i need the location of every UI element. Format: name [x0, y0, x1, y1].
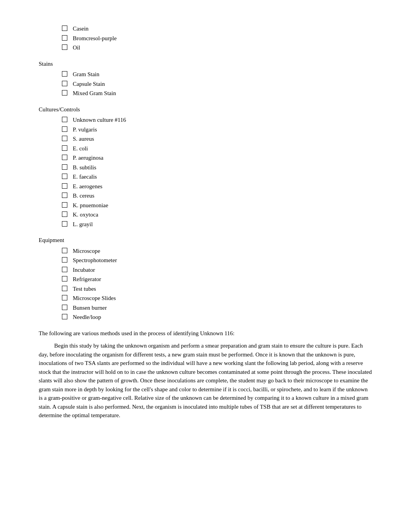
list-item: E. faecalis — [39, 172, 372, 182]
list-item: B. cereus — [39, 191, 372, 201]
item-label: B. subtilis — [73, 163, 96, 172]
item-label: Spectrophotometer — [73, 256, 117, 265]
list-item: L. grayil — [39, 220, 372, 229]
item-label: Refrigerator — [73, 275, 101, 284]
list-item: Oil — [39, 43, 372, 53]
bullet-icon — [62, 174, 67, 179]
list-item: Capsule Stain — [39, 79, 372, 89]
bullet-icon — [62, 81, 67, 86]
list-item: Gram Stain — [39, 70, 372, 79]
bullet-icon — [62, 314, 67, 319]
list-item: E. coli — [39, 144, 372, 153]
bullet-icon — [62, 248, 67, 253]
item-label: Gram Stain — [73, 70, 99, 79]
bullet-icon — [62, 145, 67, 151]
paragraph-section: The following are various methods used i… — [39, 329, 372, 420]
item-label: Oil — [73, 43, 80, 52]
list-item: S. aureus — [39, 134, 372, 144]
item-label: L. grayil — [73, 220, 93, 229]
stains-header: Stains — [39, 60, 372, 68]
item-label: Test tubes — [73, 285, 96, 293]
list-item: Refrigerator — [39, 275, 372, 284]
list-item: Spectrophotometer — [39, 256, 372, 265]
bullet-icon — [62, 183, 67, 189]
list-item: Needle/loop — [39, 312, 372, 322]
item-label: Needle/loop — [73, 313, 101, 322]
item-label: Casein — [73, 24, 89, 33]
item-label: E. aerogenes — [73, 182, 103, 191]
bullet-icon — [62, 221, 67, 227]
list-item: Bromcresol-purple — [39, 34, 372, 43]
list-item: Bunsen burner — [39, 303, 372, 313]
equipment-header: Equipment — [39, 236, 372, 245]
bullet-icon — [62, 26, 67, 31]
list-item: Microscope Slides — [39, 293, 372, 303]
stains-list: Gram Stain Capsule Stain Mixed Gram Stai… — [39, 70, 372, 98]
bullet-icon — [62, 257, 67, 263]
bullet-icon — [62, 267, 67, 272]
list-item: Casein — [39, 24, 372, 34]
item-label: Microscope — [73, 247, 100, 256]
bullet-icon — [62, 35, 67, 41]
bullet-icon — [62, 211, 67, 217]
item-label: Microscope Slides — [73, 294, 116, 303]
item-label: E. coli — [73, 144, 88, 153]
item-label: B. cereus — [73, 191, 94, 200]
item-label: Mixed Gram Stain — [73, 89, 116, 98]
cultures-header: Cultures/Controls — [39, 105, 372, 114]
item-label: K. pnuemoniae — [73, 201, 108, 210]
item-label: E. faecalis — [73, 172, 97, 181]
bullet-icon — [62, 295, 67, 300]
bullet-icon — [62, 202, 67, 208]
bullet-icon — [62, 126, 67, 132]
bullet-icon — [62, 90, 67, 95]
equipment-list: Microscope Spectrophotometer Incubator R… — [39, 246, 372, 322]
cultures-list: Unknown culture #116 P. vulgaris S. aure… — [39, 115, 372, 229]
bullet-icon — [62, 71, 67, 77]
bullet-icon — [62, 276, 67, 281]
item-label: K. oxytoca — [73, 210, 98, 219]
list-item: P. aeruginosa — [39, 153, 372, 163]
bullet-icon — [62, 286, 67, 291]
list-item: P. vulgaris — [39, 125, 372, 135]
item-label: Bromcresol-purple — [73, 34, 116, 43]
item-label: P. vulgaris — [73, 125, 97, 134]
bullet-icon — [62, 164, 67, 170]
list-item: Incubator — [39, 265, 372, 275]
reagents-list: Casein Bromcresol-purple Oil — [39, 24, 372, 53]
list-item: Microscope — [39, 246, 372, 256]
bullet-icon — [62, 155, 67, 160]
bullet-icon — [62, 305, 67, 310]
item-label: Bunsen burner — [73, 304, 107, 312]
paragraph-body: Begin this study by taking the unknown o… — [39, 341, 372, 420]
item-label: S. aureus — [73, 135, 94, 143]
list-item: Unknown culture #116 — [39, 115, 372, 125]
list-item: K. oxytoca — [39, 210, 372, 220]
bullet-icon — [62, 193, 67, 198]
list-item: B. subtilis — [39, 163, 372, 172]
item-label: Incubator — [73, 266, 95, 275]
item-label: Unknown culture #116 — [73, 116, 126, 124]
bullet-icon — [62, 136, 67, 141]
list-item: Test tubes — [39, 284, 372, 294]
paragraph-intro: The following are various methods used i… — [39, 329, 372, 338]
list-item: E. aerogenes — [39, 182, 372, 191]
bullet-icon — [62, 117, 67, 122]
item-label: P. aeruginosa — [73, 153, 103, 162]
list-item: Mixed Gram Stain — [39, 89, 372, 98]
bullet-icon — [62, 44, 67, 50]
item-label: Capsule Stain — [73, 80, 105, 89]
list-item: K. pnuemoniae — [39, 201, 372, 210]
